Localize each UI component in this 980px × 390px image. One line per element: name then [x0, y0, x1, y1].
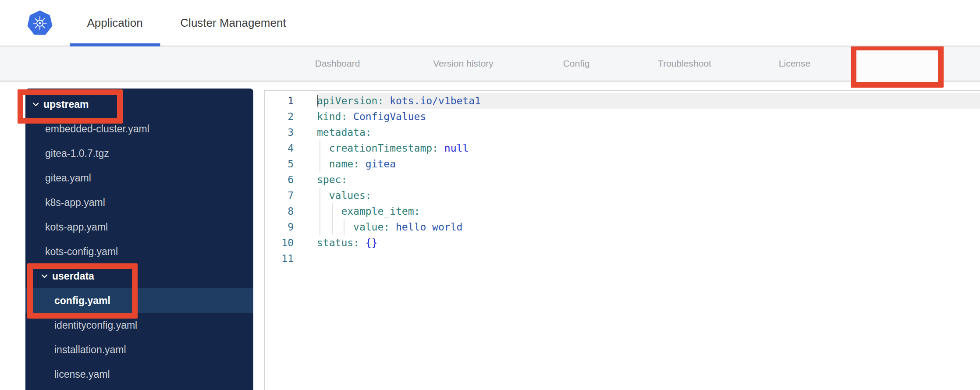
code-token: hello world — [390, 221, 462, 233]
app-subnav: DashboardVersion historyConfigTroublesho… — [0, 46, 980, 82]
code-token: example_item: — [341, 206, 420, 217]
tab-license[interactable]: License — [779, 46, 810, 81]
code-token: {} — [359, 237, 378, 248]
tab-troubleshoot[interactable]: Troubleshoot — [658, 46, 711, 81]
code-line-6: 6spec: — [265, 172, 980, 188]
kots-admin-console: ApplicationCluster Management DashboardV… — [0, 0, 980, 390]
code-token: null — [438, 142, 469, 154]
code-line-11: 11 — [265, 251, 980, 266]
code-line-3: 3metadata: — [265, 124, 980, 140]
code-token: status: — [317, 237, 359, 248]
file-gitea-1-0-7-tgz[interactable]: gitea-1.0.7.tgz — [25, 141, 253, 166]
code-line-content: example_item: — [317, 203, 980, 219]
tree-item-label: upstream — [43, 99, 89, 110]
line-number: 7 — [265, 188, 294, 203]
code-line-content: name: gitea — [317, 156, 980, 172]
file-tree-panel: upstreamembedded-cluster.yamlgitea-1.0.7… — [25, 89, 253, 390]
tab-config[interactable]: Config — [563, 46, 590, 81]
tab-dashboard[interactable]: Dashboard — [315, 46, 360, 81]
tab-version-history[interactable]: Version history — [433, 46, 494, 81]
indent-guide — [329, 219, 341, 235]
line-number: 3 — [265, 124, 294, 140]
tree-item-label: k8s-app.yaml — [45, 197, 105, 209]
folder-userdata[interactable]: userdata — [25, 264, 253, 288]
tree-item-label: identityconfig.yaml — [54, 319, 137, 331]
file-config-yaml[interactable]: config.yaml — [25, 288, 253, 313]
chevron-down-icon — [32, 102, 39, 106]
code-token: kots.io/v1beta1 — [383, 95, 481, 106]
line-number: 1 — [265, 93, 294, 109]
file-kots-config-yaml[interactable]: kots-config.yaml — [25, 239, 253, 264]
tree-item-label: gitea.yaml — [45, 172, 91, 184]
file-tree: upstreamembedded-cluster.yamlgitea-1.0.7… — [25, 92, 253, 386]
tree-item-label: kots-app.yaml — [45, 221, 108, 233]
code-token: gitea — [359, 158, 396, 170]
file-license-yaml[interactable]: license.yaml — [25, 362, 253, 386]
tree-item-label: gitea-1.0.7.tgz — [45, 148, 109, 160]
line-number: 5 — [265, 156, 294, 172]
file-kots-app-yaml[interactable]: kots-app.yaml — [25, 215, 253, 239]
file-content-editor[interactable]: 1apiVersion: kots.io/v1beta12kind: Confi… — [264, 90, 980, 390]
code-line-content: kind: ConfigValues — [317, 109, 980, 124]
code-line-8: 8example_item: — [265, 203, 980, 219]
code-line-content: creationTimestamp: null — [317, 140, 980, 156]
code-line-content: status: {} — [317, 235, 980, 251]
code-token: value: — [353, 221, 390, 233]
code-token: values: — [329, 190, 372, 201]
indent-guide — [317, 203, 329, 219]
line-number: 8 — [265, 203, 294, 219]
code-token: name: — [329, 158, 359, 170]
line-number: 9 — [265, 219, 294, 235]
code-line-content: metadata: — [317, 124, 980, 140]
text-cursor — [317, 95, 318, 106]
tree-item-label: embedded-cluster.yaml — [45, 123, 149, 135]
folder-upstream[interactable]: upstream — [25, 92, 253, 117]
code-line-7: 7values: — [265, 188, 980, 203]
line-number: 6 — [265, 172, 294, 188]
code-line-content: values: — [317, 188, 980, 203]
code-line-2: 2kind: ConfigValues — [265, 109, 980, 124]
file-k8s-app-yaml[interactable]: k8s-app.yaml — [25, 190, 253, 215]
code-line-9: 9value: hello world — [265, 219, 980, 235]
tab-view-files[interactable]: View files — [878, 46, 916, 81]
topbar-tab-application[interactable]: Application — [87, 0, 142, 46]
code-line-content: value: hello world — [317, 219, 980, 235]
indent-guide — [317, 219, 329, 235]
top-bar: ApplicationCluster Management — [0, 0, 980, 46]
tree-item-label: installation.yaml — [54, 344, 126, 356]
chevron-down-icon — [41, 274, 48, 278]
code-lines: 1apiVersion: kots.io/v1beta12kind: Confi… — [265, 93, 980, 266]
line-number: 2 — [265, 109, 294, 124]
indent-guide — [317, 188, 329, 203]
file-gitea-yaml[interactable]: gitea.yaml — [25, 166, 253, 190]
indent-guide — [329, 203, 341, 219]
code-token: apiVersion: — [317, 95, 383, 106]
code-token: ConfigValues — [347, 111, 426, 122]
code-line-4: 4creationTimestamp: null — [265, 140, 980, 156]
line-number: 4 — [265, 140, 294, 156]
code-token: metadata: — [317, 127, 372, 138]
indent-guide — [317, 156, 329, 172]
file-installation-yaml[interactable]: installation.yaml — [25, 337, 253, 362]
indent-guide — [341, 219, 353, 235]
indent-guide — [317, 140, 329, 156]
line-number: 11 — [265, 251, 294, 266]
topbar-tab-cluster-management[interactable]: Cluster Management — [180, 0, 286, 46]
line-number: 10 — [265, 235, 294, 251]
code-line-content: apiVersion: kots.io/v1beta1 — [317, 93, 980, 109]
tree-item-label: license.yaml — [54, 369, 110, 380]
kubernetes-logo-icon — [27, 11, 53, 36]
tree-item-label: kots-config.yaml — [45, 246, 118, 258]
code-line-1: 1apiVersion: kots.io/v1beta1 — [265, 93, 980, 109]
code-line-content: spec: — [317, 172, 980, 188]
tree-item-label: config.yaml — [54, 295, 110, 307]
code-line-10: 10status: {} — [265, 235, 980, 251]
file-embedded-cluster-yaml[interactable]: embedded-cluster.yaml — [25, 117, 253, 141]
file-identityconfig-yaml[interactable]: identityconfig.yaml — [25, 313, 253, 337]
code-line-5: 5name: gitea — [265, 156, 980, 172]
tree-item-label: userdata — [52, 270, 94, 282]
code-line-content — [317, 251, 980, 266]
code-token: kind: — [317, 111, 347, 122]
code-token: creationTimestamp: — [329, 142, 438, 154]
code-token: spec: — [317, 174, 347, 185]
